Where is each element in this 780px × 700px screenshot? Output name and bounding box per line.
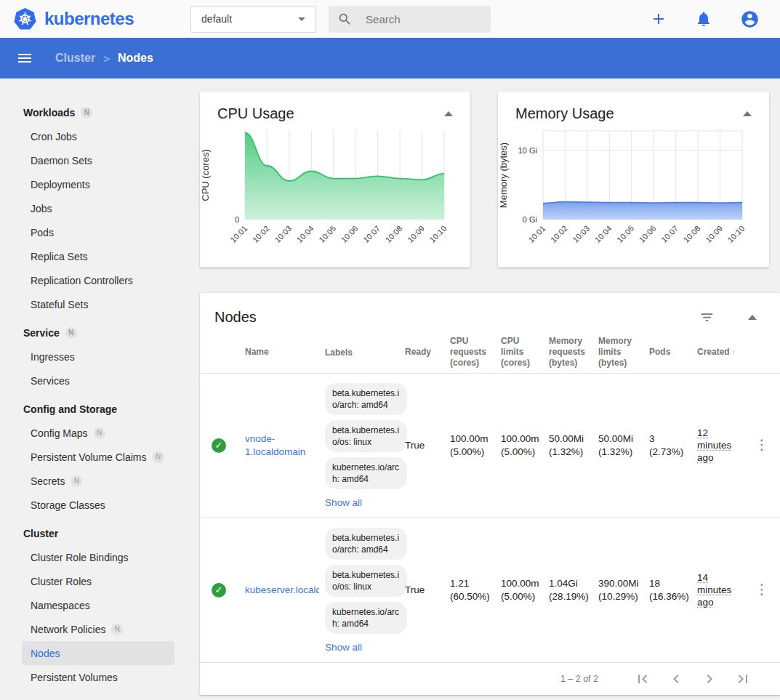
table-header-row: NameLabelsReadyCPU requests (cores)CPU l… (200, 331, 780, 374)
account-circle-icon (740, 9, 760, 29)
breadcrumb-parent[interactable]: Cluster (55, 52, 95, 65)
sidebar-item-jobs[interactable]: Jobs (22, 196, 174, 220)
label-chip: beta.kubernetes.io/arch: amd64 (325, 383, 407, 415)
memory-limits-cell: 50.00Mi (1.32%) (598, 433, 649, 459)
column-header-cpu_requests[interactable]: CPU requests (cores) (450, 331, 501, 373)
column-header-ready[interactable]: Ready (405, 342, 450, 362)
row-menu-button[interactable]: ⋮ (748, 438, 776, 451)
last-page-button[interactable] (726, 670, 760, 688)
sidebar-item-persistent-volumes[interactable]: Persistent Volumes (22, 665, 174, 689)
created-tooltip-text: 12 minutes ago (697, 427, 742, 464)
sidebar-item-cron-jobs[interactable]: Cron Jobs (22, 124, 174, 148)
column-header-memory_requests[interactable]: Memory requests (bytes) (549, 331, 598, 373)
node-name-link[interactable]: kubeserver.localdomain (245, 584, 319, 595)
search-input[interactable] (366, 13, 475, 25)
sidebar-section-label: Cluster (23, 528, 58, 539)
show-all-link[interactable]: Show all (325, 641, 362, 654)
sidebar-item-deployments[interactable]: Deployments (22, 172, 174, 196)
status-ok-icon: ✓ (212, 438, 226, 453)
notifications-button[interactable] (693, 9, 714, 29)
svg-text:10:03: 10:03 (571, 224, 591, 244)
namespaced-badge: N (94, 427, 105, 439)
svg-text:10:09: 10:09 (704, 224, 724, 244)
sidebar-item-cluster-roles[interactable]: Cluster Roles (22, 569, 174, 593)
sidebar-item-replica-sets[interactable]: Replica Sets (22, 244, 174, 268)
sidebar-item-pods[interactable]: Pods (22, 220, 174, 244)
column-header-cpu_limits[interactable]: CPU limits (cores) (501, 331, 549, 373)
filter-button[interactable] (699, 310, 715, 325)
sidebar-item-label: Storage Classes (31, 499, 105, 511)
collapse-nodes-card-icon[interactable] (748, 315, 757, 320)
pods-cell: 3 (2.73%) (649, 433, 697, 459)
column-header-memory_limits[interactable]: Memory limits (bytes) (598, 331, 649, 373)
sidebar-item-label: Persistent Volume Claims (31, 451, 147, 463)
sidebar-item-persistent-volume-claims[interactable]: Persistent Volume ClaimsN (22, 445, 174, 469)
svg-text:10:02: 10:02 (251, 224, 271, 244)
svg-text:10:09: 10:09 (406, 224, 426, 244)
row-menu-button[interactable]: ⋮ (748, 583, 776, 596)
sidebar-item-ingresses[interactable]: Ingresses (22, 345, 174, 369)
show-all-link[interactable]: Show all (325, 496, 362, 510)
search-box[interactable] (329, 6, 491, 33)
create-resource-button[interactable] (648, 9, 669, 29)
menu-toggle-button[interactable] (13, 47, 36, 70)
sidebar-item-label: Stateful Sets (31, 299, 88, 310)
label-chip: kubernetes.io/arch: amd64 (325, 602, 407, 634)
sidebar-section-cluster[interactable]: Cluster (0, 521, 200, 545)
sidebar: WorkloadsNCron JobsDaemon SetsDeployment… (0, 79, 200, 700)
sidebar-section-config-and-storage[interactable]: Config and Storage (0, 397, 200, 421)
sidebar-item-label: Pods (31, 227, 54, 238)
next-page-button[interactable] (693, 670, 726, 688)
kubernetes-logo[interactable]: kubernetes (13, 7, 134, 31)
sidebar-item-label: Cluster Roles (31, 576, 92, 587)
cpu-limits-cell: 100.00m (5.00%) (501, 433, 549, 459)
sidebar-section-workloads[interactable]: WorkloadsN (0, 100, 200, 124)
sidebar-item-services[interactable]: Services (22, 369, 174, 393)
created-tooltip-text: 14 minutes ago (697, 571, 742, 608)
sidebar-item-namespaces[interactable]: Namespaces (22, 593, 174, 617)
namespaced-badge: N (65, 327, 77, 339)
svg-text:10:10: 10:10 (725, 224, 746, 244)
sidebar-item-network-policies[interactable]: Network PoliciesN (22, 617, 174, 641)
kubernetes-wheel-icon (13, 7, 37, 31)
cpu-usage-title: CPU Usage (217, 105, 294, 122)
row-menu-cell: ⋮ (748, 438, 780, 453)
plus-icon (650, 10, 667, 28)
nodes-title: Nodes (214, 309, 699, 326)
breadcrumb-separator: > (103, 52, 110, 65)
previous-page-button[interactable] (659, 670, 693, 688)
cpu-requests-cell: 100.00m (5.00%) (450, 433, 501, 459)
sidebar-item-config-maps[interactable]: Config MapsN (22, 421, 174, 445)
svg-text:10:04: 10:04 (593, 224, 614, 244)
sidebar-section-label: Config and Storage (23, 403, 117, 415)
svg-text:10:04: 10:04 (295, 224, 315, 244)
table-body: ✓vnode-1.localdomainbeta.kubernetes.io/a… (200, 374, 780, 663)
label-chip: beta.kubernetes.io/os: linux (325, 565, 407, 597)
row-menu-cell: ⋮ (748, 583, 780, 598)
collapse-memory-chart-icon[interactable] (743, 111, 752, 116)
svg-text:10:07: 10:07 (659, 224, 680, 244)
sidebar-item-stateful-sets[interactable]: Stateful Sets (22, 292, 174, 316)
sidebar-item-secrets[interactable]: SecretsN (22, 469, 174, 493)
sidebar-section-service[interactable]: ServiceN (0, 321, 200, 345)
account-button[interactable] (739, 8, 761, 31)
sidebar-item-storage-classes[interactable]: Storage Classes (22, 493, 174, 517)
first-page-button[interactable] (626, 670, 659, 688)
dropdown-arrow-icon (298, 17, 305, 21)
namespaced-badge: N (71, 475, 82, 487)
memory-usage-title: Memory Usage (515, 105, 614, 122)
collapse-cpu-chart-icon[interactable] (444, 111, 453, 116)
column-header-created[interactable]: Created↑ (697, 342, 748, 362)
labels-cell: beta.kubernetes.io/arch: amd64beta.kuber… (319, 377, 405, 514)
sidebar-item-replication-controllers[interactable]: Replication Controllers (22, 268, 174, 292)
node-name-link[interactable]: vnode-1.localdomain (245, 433, 305, 457)
sidebar-item-cluster-role-bindings[interactable]: Cluster Role Bindings (22, 545, 174, 569)
column-header-name[interactable]: Name (232, 342, 319, 362)
column-header-pods[interactable]: Pods (649, 342, 697, 362)
column-header-labels[interactable]: Labels (319, 342, 405, 363)
sidebar-item-label: Nodes (31, 648, 60, 659)
sidebar-item-daemon-sets[interactable]: Daemon Sets (22, 148, 174, 172)
sidebar-item-nodes[interactable]: Nodes (22, 641, 174, 665)
status-ok-icon: ✓ (212, 583, 226, 598)
namespace-selector[interactable]: default (190, 6, 316, 33)
